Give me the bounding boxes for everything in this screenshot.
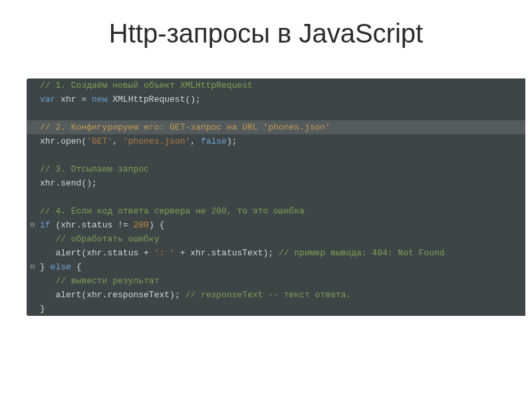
code-line: ⊟if (xhr.status != 200) { — [27, 218, 525, 232]
token: // 1. Создаём новый объект XMLHttpReques… — [40, 80, 253, 90]
token: xhr — [40, 178, 55, 188]
code-content: // 4. Если код ответа сервера не 200, то… — [39, 204, 525, 218]
token: 'GET' — [86, 136, 112, 146]
fold-gutter — [27, 148, 39, 162]
fold-gutter — [27, 274, 39, 288]
token: { — [71, 262, 82, 272]
code-content: var xhr = new XMLHttpRequest(); — [39, 92, 525, 106]
code-content: xhr.send(); — [39, 176, 525, 190]
token: ( — [51, 220, 61, 230]
token: alert — [55, 290, 81, 300]
fold-gutter — [27, 120, 39, 134]
code-line: // 2. Конфигурируем его: GET-запрос на U… — [27, 120, 525, 134]
token: + — [138, 248, 154, 258]
token: // пример вывода: 404: Not Found — [279, 248, 445, 258]
fold-gutter — [27, 162, 39, 176]
token — [40, 248, 55, 258]
code-line: var xhr = new XMLHttpRequest(); — [27, 92, 525, 106]
token: alert — [55, 248, 81, 258]
fold-gutter — [27, 134, 39, 148]
token: status — [107, 248, 138, 258]
code-line — [27, 106, 525, 120]
token: ': ' — [154, 248, 175, 258]
token — [40, 234, 55, 244]
token — [40, 108, 45, 118]
code-content: // обработать ошибку — [39, 232, 525, 246]
code-line: } — [27, 302, 525, 316]
fold-gutter — [27, 288, 39, 302]
token: // responseText -- текст ответа. — [185, 290, 351, 300]
code-content: alert(xhr.status + ': ' + xhr.statusText… — [39, 246, 525, 260]
token: = — [76, 94, 92, 104]
token: // вывести результат — [55, 276, 159, 286]
token: != — [112, 220, 133, 230]
token: xhr — [61, 94, 76, 104]
token: // 2. Конфигурируем его: GET-запрос на U… — [40, 122, 331, 132]
token — [40, 276, 55, 286]
fold-gutter — [27, 204, 39, 218]
code-line: // 4. Если код ответа сервера не 200, то… — [27, 204, 525, 218]
code-line — [27, 148, 525, 162]
slide: Http-запросы в JavaScript // 1. Создаём … — [0, 0, 532, 399]
token: xhr — [86, 290, 102, 300]
token: ) { — [149, 220, 164, 230]
code-content — [39, 148, 525, 162]
fold-gutter — [27, 190, 39, 204]
token: xhr — [86, 248, 102, 258]
code-content: // вывести результат — [39, 274, 525, 288]
token: } — [40, 304, 45, 314]
token — [40, 150, 45, 160]
code-line: alert(xhr.responseText); // responseText… — [27, 288, 525, 302]
fold-gutter — [27, 302, 39, 316]
fold-gutter — [27, 176, 39, 190]
token: var — [40, 94, 55, 104]
token: responseText — [107, 290, 170, 300]
token: 'phones.json' — [123, 136, 190, 146]
token: else — [51, 262, 71, 272]
code-line — [27, 190, 525, 204]
code-content: if (xhr.status != 200) { — [39, 218, 525, 232]
token: 200 — [133, 220, 148, 230]
token: (); — [81, 178, 96, 188]
token: xhr — [40, 136, 55, 146]
token: // 3. Отсылаем запрос — [40, 164, 149, 174]
fold-gutter — [27, 246, 39, 260]
token: // 4. Если код ответа сервера не 200, то… — [40, 206, 305, 216]
code-content: // 2. Конфигурируем его: GET-запрос на U… — [39, 120, 525, 134]
code-line: xhr.send(); — [27, 176, 525, 190]
code-line: // 3. Отсылаем запрос — [27, 162, 525, 176]
token: ); — [227, 136, 237, 146]
code-line: // обработать ошибку — [27, 232, 525, 246]
token: ); — [170, 290, 185, 300]
code-line: alert(xhr.status + ': ' + xhr.statusText… — [27, 246, 525, 260]
fold-gutter — [27, 78, 39, 92]
slide-title: Http-запросы в JavaScript — [0, 19, 532, 49]
token: open — [61, 136, 81, 146]
token: . — [206, 248, 211, 258]
code-content — [39, 190, 525, 204]
fold-gutter — [27, 92, 39, 106]
code-line: // вывести результат — [27, 274, 525, 288]
token: new — [92, 94, 107, 104]
token: (); — [185, 94, 200, 104]
fold-gutter[interactable]: ⊟ — [27, 218, 39, 232]
code-block: // 1. Создаём новый объект XMLHttpReques… — [27, 78, 525, 316]
token: XMLHttpRequest — [112, 94, 185, 104]
code-content: } — [39, 302, 525, 316]
token: status — [81, 220, 112, 230]
code-content: // 1. Создаём новый объект XMLHttpReques… — [39, 78, 525, 92]
code-content: xhr.open('GET', 'phones.json', false); — [39, 134, 525, 148]
token: // обработать ошибку — [55, 234, 159, 244]
fold-gutter[interactable]: ⊟ — [27, 260, 39, 274]
token: send — [61, 178, 81, 188]
token: statusText — [211, 248, 263, 258]
code-content — [39, 106, 525, 120]
code-line: // 1. Создаём новый объект XMLHttpReques… — [27, 78, 525, 92]
code-line: ⊟} else { — [27, 260, 525, 274]
token: ); — [263, 248, 279, 258]
code-content: alert(xhr.responseText); // responseText… — [39, 288, 525, 302]
code-content: } else { — [39, 260, 525, 274]
token: xhr — [61, 220, 76, 230]
token: xhr — [190, 248, 205, 258]
token: } — [40, 262, 51, 272]
